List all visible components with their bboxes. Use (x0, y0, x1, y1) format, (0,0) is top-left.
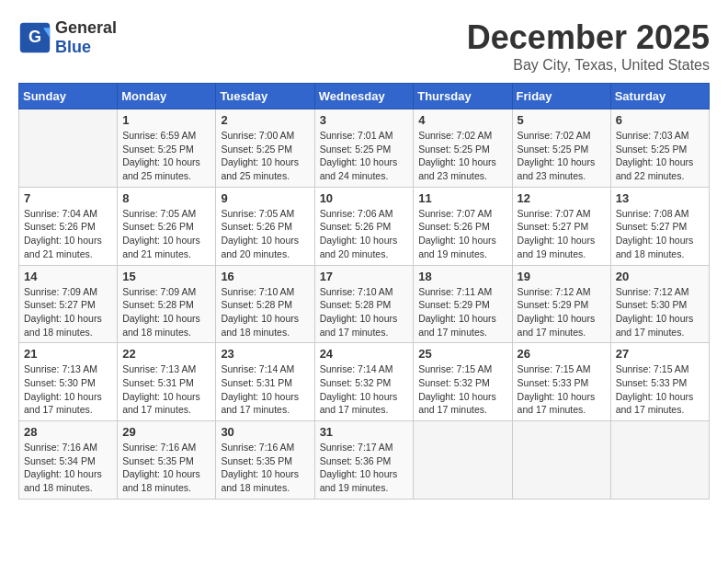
sunset-time: Sunset: 5:31 PM (221, 377, 292, 388)
day-number: 30 (221, 425, 309, 439)
sunset-time: Sunset: 5:32 PM (320, 377, 392, 388)
calendar-cell: 3 Sunrise: 7:01 AM Sunset: 5:25 PM Dayli… (314, 109, 414, 188)
daylight-hours: Daylight: 10 hours and 17 minutes. (616, 313, 694, 338)
day-info: Sunrise: 7:10 AM Sunset: 5:28 PM Dayligh… (320, 285, 409, 339)
sunset-time: Sunset: 5:27 PM (518, 221, 589, 232)
daylight-hours: Daylight: 10 hours and 23 minutes. (418, 156, 496, 181)
sunrise-time: Sunrise: 7:12 AM (616, 286, 689, 297)
day-number: 7 (24, 191, 112, 205)
column-header-tuesday: Tuesday (216, 84, 314, 109)
calendar-cell: 28 Sunrise: 7:16 AM Sunset: 5:34 PM Dayl… (19, 421, 118, 500)
sunset-time: Sunset: 5:36 PM (320, 455, 392, 466)
sunrise-time: Sunrise: 7:08 AM (616, 208, 689, 219)
day-info: Sunrise: 6:59 AM Sunset: 5:25 PM Dayligh… (122, 129, 210, 183)
day-number: 24 (320, 347, 409, 361)
day-info: Sunrise: 7:17 AM Sunset: 5:36 PM Dayligh… (320, 441, 409, 495)
calendar-cell: 31 Sunrise: 7:17 AM Sunset: 5:36 PM Dayl… (314, 421, 414, 500)
day-number: 12 (518, 191, 606, 205)
calendar-week-row: 1 Sunrise: 6:59 AM Sunset: 5:25 PM Dayli… (19, 109, 710, 188)
calendar-cell: 13 Sunrise: 7:08 AM Sunset: 5:27 PM Dayl… (610, 187, 709, 265)
sunrise-time: Sunrise: 7:17 AM (320, 442, 393, 453)
sunset-time: Sunset: 5:31 PM (122, 377, 194, 388)
daylight-hours: Daylight: 10 hours and 17 minutes. (418, 313, 496, 338)
calendar-cell: 22 Sunrise: 7:13 AM Sunset: 5:31 PM Dayl… (118, 343, 216, 421)
sunrise-time: Sunrise: 7:05 AM (122, 208, 196, 219)
day-number: 13 (616, 191, 704, 205)
calendar-week-row: 14 Sunrise: 7:09 AM Sunset: 5:27 PM Dayl… (19, 265, 710, 343)
day-info: Sunrise: 7:09 AM Sunset: 5:28 PM Dayligh… (122, 285, 210, 339)
column-header-friday: Friday (512, 84, 610, 109)
sunrise-time: Sunrise: 7:05 AM (221, 208, 294, 219)
calendar-cell: 4 Sunrise: 7:02 AM Sunset: 5:25 PM Dayli… (414, 109, 512, 188)
calendar-cell: 20 Sunrise: 7:12 AM Sunset: 5:30 PM Dayl… (610, 265, 709, 343)
calendar-cell: 25 Sunrise: 7:15 AM Sunset: 5:32 PM Dayl… (414, 343, 512, 421)
sunset-time: Sunset: 5:25 PM (221, 144, 292, 155)
sunset-time: Sunset: 5:26 PM (221, 221, 292, 232)
daylight-hours: Daylight: 10 hours and 18 minutes. (221, 468, 299, 493)
sunset-time: Sunset: 5:26 PM (418, 221, 490, 232)
day-info: Sunrise: 7:03 AM Sunset: 5:25 PM Dayligh… (616, 129, 704, 183)
day-info: Sunrise: 7:07 AM Sunset: 5:27 PM Dayligh… (518, 207, 606, 261)
calendar-cell: 2 Sunrise: 7:00 AM Sunset: 5:25 PM Dayli… (216, 109, 314, 188)
daylight-hours: Daylight: 10 hours and 25 minutes. (221, 156, 299, 181)
day-number: 14 (24, 270, 112, 283)
sunrise-time: Sunrise: 7:15 AM (418, 363, 492, 374)
day-number: 20 (616, 270, 704, 283)
calendar-cell: 14 Sunrise: 7:09 AM Sunset: 5:27 PM Dayl… (19, 265, 118, 343)
day-number: 29 (122, 425, 210, 439)
day-number: 11 (418, 191, 506, 205)
daylight-hours: Daylight: 10 hours and 17 minutes. (518, 313, 596, 338)
daylight-hours: Daylight: 10 hours and 17 minutes. (418, 391, 496, 416)
daylight-hours: Daylight: 10 hours and 17 minutes. (320, 391, 398, 416)
day-number: 28 (24, 425, 112, 439)
calendar-cell (19, 109, 118, 188)
daylight-hours: Daylight: 10 hours and 19 minutes. (320, 468, 398, 493)
day-number: 9 (221, 191, 309, 205)
day-info: Sunrise: 7:12 AM Sunset: 5:30 PM Dayligh… (616, 285, 704, 339)
sunset-time: Sunset: 5:28 PM (221, 299, 292, 310)
day-number: 2 (221, 113, 309, 127)
daylight-hours: Daylight: 10 hours and 17 minutes. (320, 313, 398, 338)
calendar-cell: 17 Sunrise: 7:10 AM Sunset: 5:28 PM Dayl… (314, 265, 414, 343)
day-info: Sunrise: 7:05 AM Sunset: 5:26 PM Dayligh… (122, 207, 210, 261)
day-info: Sunrise: 7:13 AM Sunset: 5:30 PM Dayligh… (24, 362, 112, 417)
daylight-hours: Daylight: 10 hours and 21 minutes. (122, 235, 200, 259)
daylight-hours: Daylight: 10 hours and 22 minutes. (616, 156, 694, 181)
calendar-cell: 7 Sunrise: 7:04 AM Sunset: 5:26 PM Dayli… (19, 187, 118, 265)
day-number: 10 (320, 191, 409, 205)
sunset-time: Sunset: 5:30 PM (616, 299, 688, 310)
calendar-cell: 21 Sunrise: 7:13 AM Sunset: 5:30 PM Dayl… (19, 343, 118, 421)
sunrise-time: Sunrise: 6:59 AM (122, 130, 196, 141)
day-info: Sunrise: 7:14 AM Sunset: 5:31 PM Dayligh… (221, 362, 309, 417)
daylight-hours: Daylight: 10 hours and 19 minutes. (518, 235, 596, 259)
sunset-time: Sunset: 5:26 PM (320, 221, 392, 232)
calendar-cell: 26 Sunrise: 7:15 AM Sunset: 5:33 PM Dayl… (512, 343, 610, 421)
day-number: 21 (24, 347, 112, 361)
sunset-time: Sunset: 5:33 PM (616, 377, 688, 388)
page-header: G General Blue December 2025 Bay City, T… (18, 18, 710, 74)
calendar-cell: 29 Sunrise: 7:16 AM Sunset: 5:35 PM Dayl… (118, 421, 216, 500)
sunset-time: Sunset: 5:32 PM (418, 377, 490, 388)
daylight-hours: Daylight: 10 hours and 17 minutes. (518, 391, 596, 416)
calendar-cell: 15 Sunrise: 7:09 AM Sunset: 5:28 PM Dayl… (118, 265, 216, 343)
calendar-cell: 19 Sunrise: 7:12 AM Sunset: 5:29 PM Dayl… (512, 265, 610, 343)
daylight-hours: Daylight: 10 hours and 18 minutes. (24, 468, 102, 493)
location: Bay City, Texas, United States (467, 57, 710, 74)
calendar-cell: 11 Sunrise: 7:07 AM Sunset: 5:26 PM Dayl… (414, 187, 512, 265)
month-title: December 2025 (467, 18, 710, 57)
calendar-cell (414, 421, 512, 500)
sunrise-time: Sunrise: 7:10 AM (320, 286, 393, 297)
day-info: Sunrise: 7:15 AM Sunset: 5:33 PM Dayligh… (616, 362, 704, 417)
day-number: 31 (320, 425, 409, 439)
day-number: 15 (122, 270, 210, 283)
calendar-cell: 16 Sunrise: 7:10 AM Sunset: 5:28 PM Dayl… (216, 265, 314, 343)
daylight-hours: Daylight: 10 hours and 18 minutes. (616, 235, 694, 259)
calendar-cell: 5 Sunrise: 7:02 AM Sunset: 5:25 PM Dayli… (512, 109, 610, 188)
day-number: 4 (418, 113, 506, 127)
sunrise-time: Sunrise: 7:16 AM (24, 442, 97, 453)
day-info: Sunrise: 7:15 AM Sunset: 5:32 PM Dayligh… (418, 362, 506, 417)
sunset-time: Sunset: 5:25 PM (616, 144, 688, 155)
daylight-hours: Daylight: 10 hours and 18 minutes. (122, 313, 200, 338)
sunset-time: Sunset: 5:27 PM (616, 221, 688, 232)
sunrise-time: Sunrise: 7:13 AM (122, 363, 196, 374)
